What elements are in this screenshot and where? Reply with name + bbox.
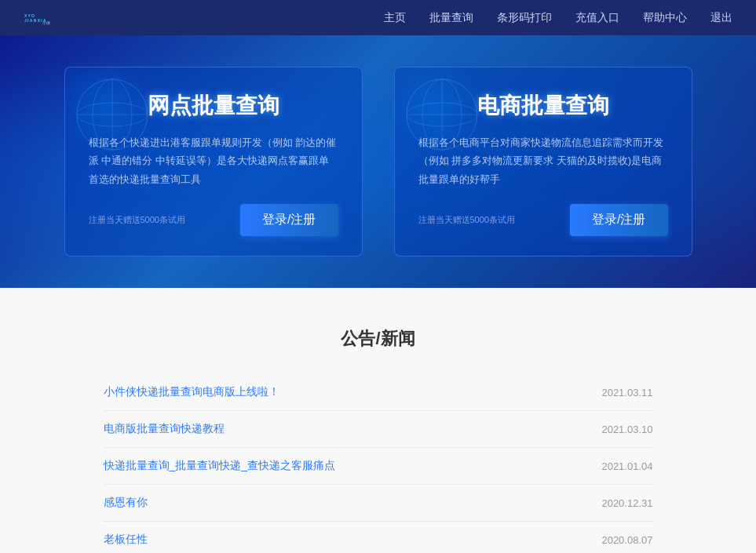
news-section-title: 公告/新闻 [63,327,693,351]
news-date-1: 2021.03.10 [601,424,652,435]
news-list: 小件侠快递批量查询电商版上线啦！2021.03.11电商版批量查询快递教程202… [104,374,653,553]
news-item: 小件侠快递批量查询电商版上线啦！2021.03.11 [104,374,653,411]
hero-section: 网点批量查询 根据各个快递进出港客服跟单规则开发（例如 韵达的催派 中通的错分 … [0,35,756,288]
main-nav: 主页批量查询条形码打印充值入口帮助中心退出 [384,10,732,25]
nav-link-recharge[interactable]: 充值入口 [575,11,619,24]
svg-text:小侠: 小侠 [42,20,50,25]
card-left-login-btn[interactable]: 登录/注册 [240,204,338,236]
news-date-2: 2021.01.04 [601,460,652,472]
news-item: 老板任性2020.08.07 [104,522,653,553]
card-right-footer: 注册当天赠送5000条试用 登录/注册 [418,204,668,236]
logo: X Y O J I A N X I A 小侠 [24,4,52,32]
nav-link-help[interactable]: 帮助中心 [643,11,687,24]
nav-link-batch-query[interactable]: 批量查询 [429,11,473,24]
hero-card-left: 网点批量查询 根据各个快递进出港客服跟单规则开发（例如 韵达的催派 中通的错分 … [64,67,363,256]
nav-item-recharge[interactable]: 充值入口 [575,10,619,25]
header: X Y O J I A N X I A 小侠 主页批量查询条形码打印充值入口帮助… [0,0,756,35]
nav-item-logout[interactable]: 退出 [710,10,732,25]
news-link-4[interactable]: 老板任性 [104,533,148,547]
news-link-0[interactable]: 小件侠快递批量查询电商版上线啦！ [104,385,279,399]
nav-item-barcode-print[interactable]: 条形码打印 [497,10,552,25]
news-date-4: 2020.08.07 [601,534,652,546]
nav-item-home[interactable]: 主页 [384,10,406,25]
news-link-3[interactable]: 感恩有你 [104,496,148,510]
news-item: 电商版批量查询快递教程2021.03.10 [104,411,653,448]
nav-link-home[interactable]: 主页 [384,11,406,24]
news-date-0: 2021.03.11 [601,387,652,398]
news-wrapper: 小件侠快递批量查询电商版上线啦！2021.03.11电商版批量查询快递教程202… [63,374,693,553]
news-item: 快递批量查询_批量查询快递_查快递之客服痛点2021.01.04 [104,448,653,485]
card-left-footer: 注册当天赠送5000条试用 登录/注册 [89,204,338,236]
hero-card-right: 电商批量查询 根据各个电商平台对商家快递物流信息追踪需求而开发（例如 拼多多对物… [394,67,692,256]
news-item: 感恩有你2020.12.31 [104,485,653,522]
card-right-trial: 注册当天赠送5000条试用 [418,214,515,226]
news-date-3: 2020.12.31 [601,497,652,509]
nav-item-help[interactable]: 帮助中心 [643,10,687,25]
news-link-1[interactable]: 电商版批量查询快递教程 [104,422,225,436]
nav-item-batch-query[interactable]: 批量查询 [429,10,473,25]
news-section: 公告/新闻 小件侠快递批量查询电商版上线啦！2021.03.11电商版批量查询快… [0,288,756,553]
card-left-trial: 注册当天赠送5000条试用 [89,214,185,226]
news-link-2[interactable]: 快递批量查询_批量查询快递_查快递之客服痛点 [104,459,336,473]
svg-text:X Y O: X Y O [24,14,35,18]
nav-link-logout[interactable]: 退出 [710,11,732,24]
card-right-login-btn[interactable]: 登录/注册 [570,204,667,236]
nav-link-barcode-print[interactable]: 条形码打印 [497,11,552,24]
